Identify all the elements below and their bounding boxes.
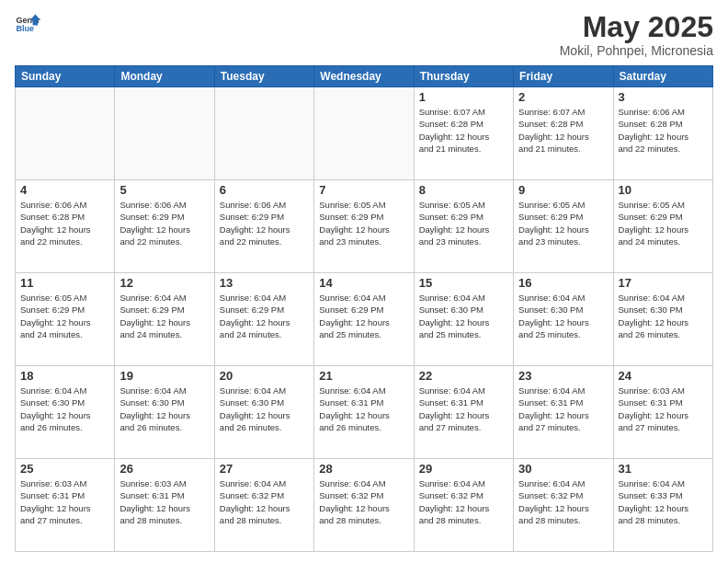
day-info: Sunrise: 6:05 AM Sunset: 6:29 PM Dayligh… (20, 292, 109, 340)
day-info: Sunrise: 6:07 AM Sunset: 6:28 PM Dayligh… (518, 106, 608, 155)
day-info: Sunrise: 6:05 AM Sunset: 6:29 PM Dayligh… (419, 199, 508, 247)
day-number: 25 (20, 462, 109, 476)
calendar-day-cell: 10Sunrise: 6:05 AM Sunset: 6:29 PM Dayli… (613, 180, 712, 273)
day-number: 7 (319, 183, 408, 197)
day-number: 22 (419, 369, 508, 383)
calendar-day-cell: 2Sunrise: 6:07 AM Sunset: 6:28 PM Daylig… (514, 87, 613, 180)
day-number: 30 (518, 462, 608, 476)
day-info: Sunrise: 6:04 AM Sunset: 6:31 PM Dayligh… (319, 385, 408, 433)
day-info: Sunrise: 6:04 AM Sunset: 6:33 PM Dayligh… (619, 477, 708, 526)
day-info: Sunrise: 6:04 AM Sunset: 6:29 PM Dayligh… (319, 292, 408, 340)
calendar-day-cell: 16Sunrise: 6:04 AM Sunset: 6:30 PM Dayli… (514, 273, 613, 366)
day-number: 23 (518, 369, 608, 383)
day-info: Sunrise: 6:03 AM Sunset: 6:31 PM Dayligh… (119, 477, 209, 526)
day-number: 2 (518, 90, 608, 104)
day-info: Sunrise: 6:05 AM Sunset: 6:29 PM Dayligh… (319, 199, 408, 247)
day-info: Sunrise: 6:04 AM Sunset: 6:32 PM Dayligh… (220, 477, 309, 526)
day-number: 26 (119, 462, 209, 476)
calendar-day-cell: 31Sunrise: 6:04 AM Sunset: 6:33 PM Dayli… (613, 459, 712, 552)
calendar-week-row: 18Sunrise: 6:04 AM Sunset: 6:30 PM Dayli… (16, 366, 713, 459)
day-info: Sunrise: 6:04 AM Sunset: 6:31 PM Dayligh… (518, 385, 608, 433)
day-info: Sunrise: 6:05 AM Sunset: 6:29 PM Dayligh… (619, 199, 708, 247)
page: General Blue May 2025 Mokil, Pohnpei, Mi… (0, 0, 728, 563)
calendar-day-cell: 24Sunrise: 6:03 AM Sunset: 6:31 PM Dayli… (613, 366, 712, 459)
day-number: 21 (319, 369, 408, 383)
calendar-day-cell (214, 87, 313, 180)
day-number: 17 (619, 276, 708, 290)
day-info: Sunrise: 6:04 AM Sunset: 6:32 PM Dayligh… (419, 477, 508, 526)
day-info: Sunrise: 6:04 AM Sunset: 6:30 PM Dayligh… (20, 385, 109, 433)
calendar-weekday-header: Tuesday (214, 66, 313, 87)
calendar-day-cell: 18Sunrise: 6:04 AM Sunset: 6:30 PM Dayli… (16, 366, 115, 459)
day-info: Sunrise: 6:03 AM Sunset: 6:31 PM Dayligh… (619, 385, 708, 433)
day-number: 9 (518, 183, 608, 197)
day-info: Sunrise: 6:06 AM Sunset: 6:28 PM Dayligh… (619, 106, 708, 155)
calendar-day-cell: 1Sunrise: 6:07 AM Sunset: 6:28 PM Daylig… (414, 87, 513, 180)
calendar-day-cell: 19Sunrise: 6:04 AM Sunset: 6:30 PM Dayli… (115, 366, 214, 459)
day-number: 19 (119, 369, 209, 383)
day-number: 6 (220, 183, 309, 197)
day-info: Sunrise: 6:04 AM Sunset: 6:32 PM Dayligh… (319, 477, 408, 526)
calendar-week-row: 4Sunrise: 6:06 AM Sunset: 6:28 PM Daylig… (16, 180, 713, 273)
day-number: 14 (319, 276, 408, 290)
day-number: 27 (220, 462, 309, 476)
day-number: 4 (20, 183, 109, 197)
title-block: May 2025 Mokil, Pohnpei, Micronesia (560, 11, 713, 58)
calendar-day-cell: 23Sunrise: 6:04 AM Sunset: 6:31 PM Dayli… (514, 366, 613, 459)
calendar-week-row: 11Sunrise: 6:05 AM Sunset: 6:29 PM Dayli… (16, 273, 713, 366)
logo: General Blue (15, 11, 40, 37)
calendar-table: SundayMondayTuesdayWednesdayThursdayFrid… (15, 65, 713, 552)
calendar-day-cell: 27Sunrise: 6:04 AM Sunset: 6:32 PM Dayli… (214, 459, 313, 552)
calendar-weekday-header: Wednesday (314, 66, 414, 87)
day-info: Sunrise: 6:06 AM Sunset: 6:29 PM Dayligh… (119, 199, 209, 247)
calendar-weekday-header: Sunday (16, 66, 115, 87)
location: Mokil, Pohnpei, Micronesia (560, 43, 713, 58)
day-number: 8 (419, 183, 508, 197)
day-info: Sunrise: 6:04 AM Sunset: 6:30 PM Dayligh… (518, 292, 608, 340)
calendar-day-cell: 8Sunrise: 6:05 AM Sunset: 6:29 PM Daylig… (414, 180, 513, 273)
calendar-day-cell: 15Sunrise: 6:04 AM Sunset: 6:30 PM Dayli… (414, 273, 513, 366)
calendar-weekday-header: Saturday (613, 66, 712, 87)
day-number: 1 (419, 90, 508, 104)
calendar-day-cell: 21Sunrise: 6:04 AM Sunset: 6:31 PM Dayli… (314, 366, 414, 459)
day-number: 31 (619, 462, 708, 476)
calendar-day-cell: 5Sunrise: 6:06 AM Sunset: 6:29 PM Daylig… (115, 180, 214, 273)
day-number: 10 (619, 183, 708, 197)
day-info: Sunrise: 6:07 AM Sunset: 6:28 PM Dayligh… (419, 106, 508, 155)
calendar-weekday-header: Friday (514, 66, 613, 87)
day-info: Sunrise: 6:04 AM Sunset: 6:30 PM Dayligh… (119, 385, 209, 433)
day-info: Sunrise: 6:04 AM Sunset: 6:29 PM Dayligh… (119, 292, 209, 340)
day-info: Sunrise: 6:04 AM Sunset: 6:30 PM Dayligh… (619, 292, 708, 340)
day-info: Sunrise: 6:03 AM Sunset: 6:31 PM Dayligh… (20, 477, 109, 526)
calendar-day-cell: 9Sunrise: 6:05 AM Sunset: 6:29 PM Daylig… (514, 180, 613, 273)
day-number: 13 (220, 276, 309, 290)
calendar-day-cell: 25Sunrise: 6:03 AM Sunset: 6:31 PM Dayli… (16, 459, 115, 552)
calendar-weekday-header: Monday (115, 66, 214, 87)
svg-text:Blue: Blue (16, 24, 34, 33)
day-info: Sunrise: 6:04 AM Sunset: 6:30 PM Dayligh… (419, 292, 508, 340)
calendar-day-cell: 13Sunrise: 6:04 AM Sunset: 6:29 PM Dayli… (214, 273, 313, 366)
calendar-day-cell (115, 87, 214, 180)
day-number: 16 (518, 276, 608, 290)
calendar-day-cell (16, 87, 115, 180)
calendar-day-cell: 14Sunrise: 6:04 AM Sunset: 6:29 PM Dayli… (314, 273, 414, 366)
day-number: 12 (119, 276, 209, 290)
calendar-day-cell: 22Sunrise: 6:04 AM Sunset: 6:31 PM Dayli… (414, 366, 513, 459)
day-number: 29 (419, 462, 508, 476)
calendar-header-row: SundayMondayTuesdayWednesdayThursdayFrid… (16, 66, 713, 87)
calendar-day-cell: 17Sunrise: 6:04 AM Sunset: 6:30 PM Dayli… (613, 273, 712, 366)
day-number: 11 (20, 276, 109, 290)
calendar-day-cell: 28Sunrise: 6:04 AM Sunset: 6:32 PM Dayli… (314, 459, 414, 552)
calendar-weekday-header: Thursday (414, 66, 513, 87)
day-number: 15 (419, 276, 508, 290)
month-title: May 2025 (560, 11, 713, 43)
day-info: Sunrise: 6:04 AM Sunset: 6:31 PM Dayligh… (419, 385, 508, 433)
day-number: 5 (119, 183, 209, 197)
day-number: 24 (619, 369, 708, 383)
calendar-week-row: 1Sunrise: 6:07 AM Sunset: 6:28 PM Daylig… (16, 87, 713, 180)
calendar-day-cell: 12Sunrise: 6:04 AM Sunset: 6:29 PM Dayli… (115, 273, 214, 366)
day-info: Sunrise: 6:05 AM Sunset: 6:29 PM Dayligh… (518, 199, 608, 247)
calendar-day-cell: 6Sunrise: 6:06 AM Sunset: 6:29 PM Daylig… (214, 180, 313, 273)
day-number: 20 (220, 369, 309, 383)
calendar-day-cell: 30Sunrise: 6:04 AM Sunset: 6:32 PM Dayli… (514, 459, 613, 552)
